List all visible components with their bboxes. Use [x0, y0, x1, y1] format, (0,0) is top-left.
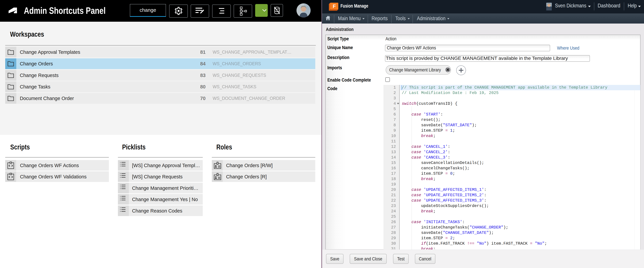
svg-text:F: F: [333, 3, 336, 9]
